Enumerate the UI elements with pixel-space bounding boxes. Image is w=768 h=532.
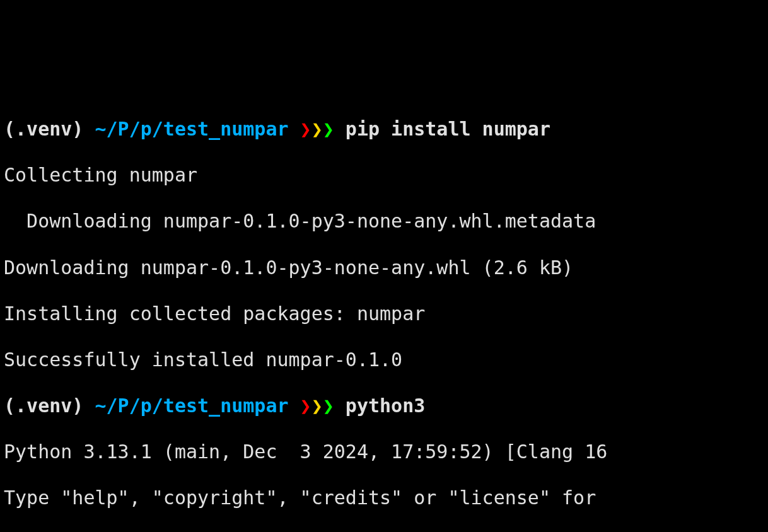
shell-prompt-line: (.venv) ~/P/p/test_numpar ❯❯❯ pip instal…: [4, 118, 764, 141]
pip-output-line: Downloading numpar-0.1.0-py3-none-any.wh…: [4, 210, 764, 233]
prompt-chevron-icon: ❯: [311, 395, 323, 417]
pip-output-line: Downloading numpar-0.1.0-py3-none-any.wh…: [4, 257, 764, 280]
command-text: pip install numpar: [346, 118, 550, 140]
prompt-chevron-icon: ❯: [323, 395, 334, 417]
python-banner: Python 3.13.1 (main, Dec 3 2024, 17:59:5…: [4, 441, 764, 464]
python-banner: Type "help", "copyright", "credits" or "…: [4, 487, 764, 510]
pip-output-line: Collecting numpar: [4, 164, 764, 187]
cwd-path: ~/P/p/test_numpar: [95, 118, 289, 140]
cwd-path: ~/P/p/test_numpar: [95, 395, 289, 417]
prompt-chevron-icon: ❯: [300, 118, 311, 140]
pip-output-line: Installing collected packages: numpar: [4, 303, 764, 326]
venv-indicator: (.venv): [4, 395, 83, 417]
prompt-chevron-icon: ❯: [323, 118, 334, 140]
command-text: python3: [346, 395, 425, 417]
shell-prompt-line: (.venv) ~/P/p/test_numpar ❯❯❯ python3: [4, 395, 764, 418]
pip-output-line: Successfully installed numpar-0.1.0: [4, 349, 764, 372]
terminal[interactable]: (.venv) ~/P/p/test_numpar ❯❯❯ pip instal…: [4, 95, 764, 532]
prompt-chevron-icon: ❯: [311, 118, 323, 140]
prompt-chevron-icon: ❯: [300, 395, 311, 417]
venv-indicator: (.venv): [4, 118, 83, 140]
